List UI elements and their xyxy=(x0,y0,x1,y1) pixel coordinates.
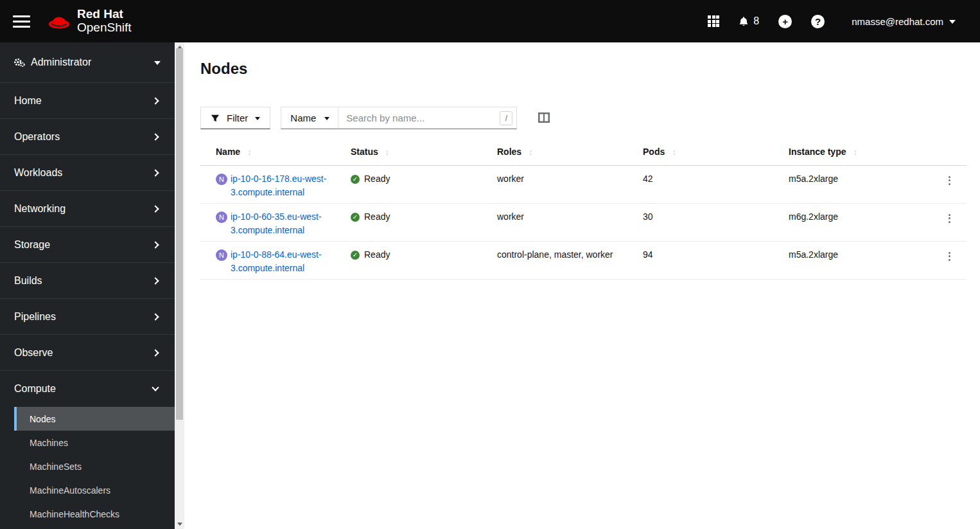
sidebar-subitem-machineautoscalers[interactable]: MachineAutoscalers xyxy=(14,478,175,502)
sidebar-subitem-label: MachineAutoscalers xyxy=(30,485,110,496)
node-link[interactable]: ip-10-0-88-64.eu-west-3.compute.internal xyxy=(231,248,338,275)
roles-cell: control-plane, master, worker xyxy=(497,242,643,280)
sidebar-item-compute[interactable]: Compute xyxy=(0,371,175,407)
sidebar-item-label: Compute xyxy=(14,383,56,395)
node-resource-badge: N xyxy=(216,211,227,223)
table-row: N ip-10-0-60-35.eu-west-3.compute.intern… xyxy=(200,204,967,242)
chevron-right-icon xyxy=(152,241,159,248)
sidebar-item-builds[interactable]: Builds xyxy=(0,263,175,299)
bell-icon xyxy=(739,16,749,27)
scroll-down-arrow[interactable] xyxy=(175,520,184,528)
node-link[interactable]: ip-10-0-60-35.eu-west-3.compute.internal xyxy=(231,210,338,237)
row-kebab-button[interactable] xyxy=(945,248,954,264)
perspective-caret-down-icon xyxy=(154,61,161,65)
sort-icon[interactable]: ↕ xyxy=(529,147,533,157)
column-management-button[interactable] xyxy=(538,112,550,123)
add-button[interactable]: + xyxy=(778,15,792,28)
row-kebab-button[interactable] xyxy=(945,210,954,226)
name-filter-caret-down-icon xyxy=(324,117,329,120)
perspective-label: Administrator xyxy=(31,57,154,68)
table-row: N ip-10-0-88-64.eu-west-3.compute.intern… xyxy=(200,242,967,280)
column-header-name[interactable]: Name↕ xyxy=(200,138,351,166)
column-header-actions xyxy=(945,138,967,166)
redhat-fedora-icon xyxy=(47,13,71,30)
pods-cell: 30 xyxy=(643,204,789,242)
brand-name: Red Hat OpenShift xyxy=(77,8,132,35)
page-title: Nodes xyxy=(200,60,967,78)
sidebar-subitem-nodes[interactable]: Nodes xyxy=(14,407,175,431)
sidebar-subitem-machinesets[interactable]: MachineSets xyxy=(14,454,175,478)
sidebar-item-label: Home xyxy=(14,95,42,107)
chevron-right-icon xyxy=(152,133,159,140)
sidebar-subitem-label: MachineSets xyxy=(30,462,82,472)
sort-icon[interactable]: ↕ xyxy=(853,147,857,157)
search-input[interactable] xyxy=(338,107,516,129)
user-menu[interactable]: nmasse@redhat.com xyxy=(852,16,956,27)
status-ok-icon: ✓ xyxy=(351,175,360,184)
chevron-right-icon xyxy=(152,277,159,284)
node-resource-badge: N xyxy=(216,174,227,185)
cogs-icon xyxy=(13,57,25,67)
status-text: Ready xyxy=(364,248,390,262)
chevron-right-icon xyxy=(152,349,159,356)
slash-shortcut-badge: / xyxy=(500,111,512,125)
sidebar-item-workloads[interactable]: Workloads xyxy=(0,155,175,191)
sidebar-item-storage[interactable]: Storage xyxy=(0,227,175,263)
main-content: Nodes Filter Name / xyxy=(184,42,980,529)
sidebar-subitem-label: MachineHealthChecks xyxy=(30,509,119,519)
name-filter-label: Name xyxy=(290,112,316,123)
filter-dropdown[interactable]: Filter xyxy=(200,107,270,129)
chevron-right-icon xyxy=(152,97,159,104)
search-box: / xyxy=(338,107,517,129)
table-header-row: Name↕ Status↕ Roles↕ Pods↕ Instance type… xyxy=(200,138,967,166)
perspective-switcher[interactable]: Administrator xyxy=(0,42,175,83)
node-link[interactable]: ip-10-0-16-178.eu-west-3.compute.interna… xyxy=(231,172,338,199)
help-button[interactable]: ? xyxy=(811,15,825,28)
sidebar-item-label: Storage xyxy=(14,239,50,251)
columns-icon xyxy=(538,112,550,123)
status-ok-icon: ✓ xyxy=(351,251,360,260)
masthead: Red Hat OpenShift 8 + ? nmasse@redhat.co… xyxy=(0,0,980,42)
brand-line1: Red Hat xyxy=(77,8,132,21)
question-circle-icon: ? xyxy=(811,15,825,28)
sidebar-item-home[interactable]: Home xyxy=(0,83,175,119)
notifications-button[interactable]: 8 xyxy=(739,15,759,27)
row-kebab-button[interactable] xyxy=(945,172,954,188)
nodes-table: Name↕ Status↕ Roles↕ Pods↕ Instance type… xyxy=(200,138,967,280)
name-filter-dropdown[interactable]: Name xyxy=(281,107,338,129)
scrollbar-thumb[interactable] xyxy=(176,48,183,420)
instance-type-cell: m5a.2xlarge xyxy=(789,166,945,204)
column-header-status[interactable]: Status↕ xyxy=(351,138,497,166)
status-text: Ready xyxy=(364,172,390,186)
sort-icon[interactable]: ↕ xyxy=(672,147,676,157)
sidebar-item-observe[interactable]: Observe xyxy=(0,335,175,371)
roles-cell: worker xyxy=(497,204,643,242)
filter-caret-down-icon xyxy=(255,117,260,120)
node-resource-badge: N xyxy=(216,249,227,261)
pods-cell: 42 xyxy=(643,166,789,204)
column-header-roles[interactable]: Roles↕ xyxy=(497,138,643,166)
sidebar-item-networking[interactable]: Networking xyxy=(0,191,175,227)
pods-cell: 94 xyxy=(643,242,789,280)
plus-circle-icon: + xyxy=(778,15,792,28)
sidebar-subitem-machines[interactable]: Machines xyxy=(14,431,175,454)
status-ok-icon: ✓ xyxy=(351,213,360,222)
apps-launcher-button[interactable] xyxy=(708,15,719,27)
notification-count-badge: 8 xyxy=(753,15,759,27)
nav-toggle-button[interactable] xyxy=(13,13,30,30)
sidebar-item-operators[interactable]: Operators xyxy=(0,119,175,155)
sidebar-scrollbar[interactable] xyxy=(175,42,184,529)
sidebar-item-pipelines[interactable]: Pipelines xyxy=(0,299,175,335)
sidebar-subitem-machinehealthchecks[interactable]: MachineHealthChecks xyxy=(14,502,175,526)
chevron-right-icon xyxy=(152,169,159,176)
chevron-down-icon xyxy=(152,384,159,391)
sort-icon[interactable]: ↕ xyxy=(385,147,390,157)
instance-type-cell: m6g.2xlarge xyxy=(789,204,945,242)
column-header-instance-type[interactable]: Instance type↕ xyxy=(789,138,945,166)
status-text: Ready xyxy=(364,210,390,224)
column-header-pods[interactable]: Pods↕ xyxy=(643,138,789,166)
sort-icon[interactable]: ↕ xyxy=(247,147,252,157)
sidebar-item-label: Operators xyxy=(14,131,60,143)
sidebar-item-label: Networking xyxy=(14,203,66,215)
sidebar-item-label: Pipelines xyxy=(14,311,56,323)
